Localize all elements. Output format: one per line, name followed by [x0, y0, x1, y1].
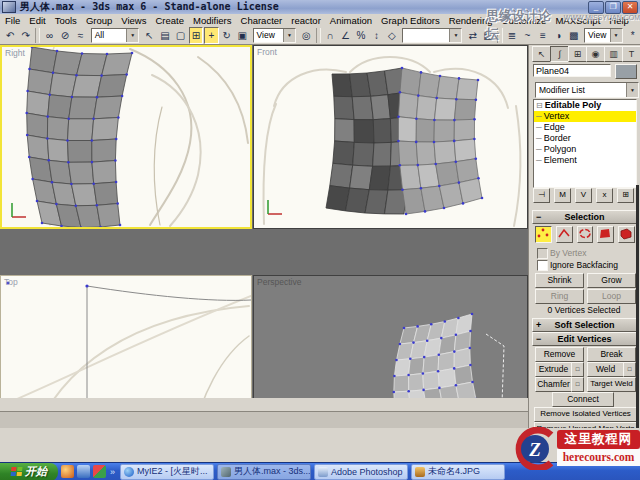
extrude-button[interactable]: Extrude [535, 362, 572, 377]
chamfer-settings-button[interactable]: □ [571, 377, 584, 392]
pin-stack-icon[interactable]: ⊣ [533, 188, 550, 203]
make-unique-icon[interactable]: V [575, 188, 592, 203]
quicklaunch-icon-3[interactable] [93, 465, 106, 478]
menu-create[interactable]: Create [155, 15, 184, 26]
track-bar[interactable]: ▭ 0102030405060708090100 [0, 411, 528, 428]
curve-editor-icon[interactable]: ~ [520, 27, 534, 44]
menu-character[interactable]: Character [241, 15, 283, 26]
polygon-mode-icon[interactable] [597, 226, 614, 243]
named-selection-dropdown[interactable]: ▼ [402, 28, 462, 43]
utilities-tab[interactable]: T [622, 46, 640, 62]
menu-group[interactable]: Group [86, 15, 112, 26]
layer-manager-icon[interactable]: ≣ [505, 27, 519, 44]
ignore-backfacing-checkbox[interactable] [537, 260, 548, 271]
stack-item-editable-poly[interactable]: ⊟Editable Poly [534, 100, 636, 111]
select-by-name-icon[interactable]: ▤ [158, 27, 172, 44]
snap-toggle-icon[interactable]: ∩ [323, 27, 337, 44]
undo-icon[interactable]: ↶ [3, 27, 17, 44]
shrink-button[interactable]: Shrink [535, 273, 584, 288]
scale-icon[interactable]: ▣ [235, 27, 249, 44]
remove-button[interactable]: Remove [535, 347, 584, 362]
dropdown-arrow-icon[interactable]: ▼ [449, 29, 461, 42]
close-button[interactable]: ✕ [622, 1, 638, 14]
selection-filter-dropdown[interactable]: All▼ [91, 28, 140, 43]
start-button[interactable]: 开始 [0, 463, 58, 480]
use-pivot-icon[interactable]: ◎ [299, 27, 313, 44]
align-icon[interactable]: ▦ [481, 27, 495, 44]
minimize-button[interactable]: _ [588, 1, 604, 14]
task-未命名4-jpg[interactable]: 未命名4.JPG [411, 464, 505, 480]
extrude-settings-button[interactable]: □ [571, 362, 584, 377]
menu-views[interactable]: Views [121, 15, 146, 26]
dropdown-arrow-icon[interactable]: ▼ [283, 29, 295, 42]
display-tab[interactable]: ▥ [604, 46, 623, 62]
border-mode-icon[interactable] [577, 226, 594, 243]
edit-vertices-rollout-header[interactable]: − Edit Vertices [532, 332, 637, 346]
select-object-icon[interactable]: ↖ [142, 27, 156, 44]
dropdown-arrow-icon[interactable]: ▼ [126, 29, 138, 42]
edge-mode-icon[interactable] [556, 226, 573, 243]
selection-rollout-header[interactable]: − Selection [532, 210, 637, 224]
quicklaunch-icon-2[interactable] [77, 465, 90, 478]
material-editor-icon[interactable]: ◑ [551, 27, 565, 44]
named-selection-icon[interactable]: ◇ [385, 27, 399, 44]
menu-tools[interactable]: Tools [55, 15, 77, 26]
task-myie2-火星时[interactable]: MyIE2 - [火星时... [120, 464, 214, 480]
create-tab[interactable]: ↖ [532, 46, 551, 62]
dropdown-arrow-icon[interactable]: ▼ [626, 83, 638, 97]
menu-edit[interactable]: Edit [29, 15, 45, 26]
menu-file[interactable]: File [5, 15, 20, 26]
hierarchy-tab[interactable]: ⊞ [568, 46, 587, 62]
viewport-right[interactable]: Right [0, 45, 252, 229]
menu-reactor[interactable]: reactor [291, 15, 321, 26]
unlink-icon[interactable]: ⊘ [58, 27, 72, 44]
panel-scrollbar[interactable] [636, 185, 639, 428]
modifier-stack[interactable]: ⊟Editable Poly─Vertex─Edge─Border─Polygo… [533, 99, 637, 188]
vertex-mode-icon[interactable] [535, 226, 552, 243]
viewport-front[interactable]: Front [253, 45, 528, 229]
quicklaunch-icon-1[interactable] [61, 465, 74, 478]
grow-button[interactable]: Grow [587, 273, 636, 288]
angle-snap-icon[interactable]: ∠ [338, 27, 352, 44]
restore-button[interactable]: ❐ [605, 1, 621, 14]
stack-item-border[interactable]: ─Border [534, 133, 636, 144]
quicklaunch-overflow-chevron[interactable]: » [110, 467, 115, 477]
menu-rendering[interactable]: Rendering [449, 15, 493, 26]
stack-item-vertex[interactable]: ─Vertex [534, 111, 636, 122]
menu-maxscript[interactable]: MAXScript [555, 15, 600, 26]
chamfer-button[interactable]: Chamfer [535, 377, 572, 392]
object-color-swatch[interactable] [615, 64, 637, 79]
motion-tab[interactable]: ◉ [586, 46, 605, 62]
menu-animation[interactable]: Animation [330, 15, 372, 26]
select-link-icon[interactable]: ∞ [42, 27, 56, 44]
render-scene-icon[interactable]: ▩ [567, 27, 581, 44]
stack-item-edge[interactable]: ─Edge [534, 122, 636, 133]
ring-button[interactable]: Ring [535, 289, 584, 304]
element-mode-icon[interactable] [618, 226, 635, 243]
remove-modifier-icon[interactable]: x [596, 188, 613, 203]
remove-isolated-vertices-button[interactable]: Remove Isolated Vertices [534, 407, 637, 422]
window-crossing-icon[interactable]: ⊞ [189, 27, 203, 44]
modify-tab[interactable]: ∫ [550, 46, 569, 62]
configure-modifier-sets-icon[interactable]: ⊞ [617, 188, 634, 203]
schematic-view-icon[interactable]: ≡ [536, 27, 550, 44]
quick-render-icon[interactable]: * [626, 27, 640, 44]
menu-help[interactable]: Help [609, 15, 629, 26]
task-男人体-max-3ds[interactable]: 男人体.max - 3ds... [217, 464, 311, 480]
ref-coord-dropdown[interactable]: View▼ [253, 28, 297, 43]
menu-customize[interactable]: Customize [502, 15, 547, 26]
redo-icon[interactable]: ↷ [18, 27, 32, 44]
bind-spacewarp-icon[interactable]: ≈ [73, 27, 87, 44]
break-button[interactable]: Break [587, 347, 636, 362]
move-icon[interactable]: + [204, 27, 218, 44]
modifier-list-dropdown[interactable]: Modifier List ▼ [535, 82, 639, 98]
loop-button[interactable]: Loop [587, 289, 636, 304]
stack-item-element[interactable]: ─Element [534, 155, 636, 166]
connect-button[interactable]: Connect [552, 392, 614, 407]
mirror-icon[interactable]: ⇄ [465, 27, 479, 44]
render-type-dropdown[interactable]: View▼ [584, 28, 623, 43]
spinner-snap-icon[interactable]: ↕ [369, 27, 383, 44]
task-adobe-photoshop[interactable]: Adobe Photoshop [314, 464, 408, 480]
stack-item-polygon[interactable]: ─Polygon [534, 144, 636, 155]
soft-selection-rollout-header[interactable]: + Soft Selection [532, 318, 637, 332]
